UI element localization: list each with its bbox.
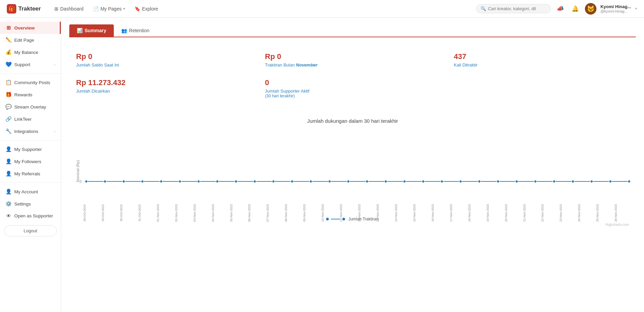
x-label: 01-Nov-2023: [156, 200, 175, 227]
svg-point-3: [104, 180, 106, 183]
svg-point-4: [122, 180, 125, 183]
user-menu[interactable]: Kyomi Hinag... @kyomi-hinag...: [601, 4, 631, 13]
svg-point-13: [291, 180, 293, 183]
x-label: 25-Nov-2023: [596, 200, 614, 227]
tab-retention[interactable]: 👥 Retention: [114, 24, 157, 37]
x-label: 04-Nov-2023: [211, 200, 230, 227]
search-input[interactable]: [488, 6, 547, 11]
sidebar-label-open-as-supporter: Open as Supporter: [14, 213, 53, 218]
sidebar-item-my-supporter[interactable]: 👤 My Supporter: [0, 143, 61, 155]
svg-text:0: 0: [79, 179, 82, 183]
nav-dashboard[interactable]: ⊞ Dashboard: [50, 4, 88, 14]
stats-grid: Rp 0 Jumlah Saldo Saat Ini Rp 0 Traktira…: [69, 47, 636, 104]
sidebar-item-my-referrals[interactable]: 👤 My Referrals: [0, 168, 61, 180]
svg-point-5: [141, 180, 144, 183]
sidebar-label-my-referrals: My Referrals: [14, 171, 40, 176]
sidebar-item-open-as-supporter[interactable]: 👁 Open as Supporter: [0, 210, 61, 222]
chart-container: Jumlah dukungan dalam 30 hari terakhir N…: [69, 115, 636, 230]
stat-kali-value: 437: [454, 52, 629, 61]
app-logo[interactable]: 🎁 Trakteer: [7, 4, 41, 14]
svg-point-29: [590, 180, 593, 183]
x-label: 14-Nov-2023: [394, 200, 413, 227]
logo-icon: 🎁: [7, 4, 16, 14]
logo-text: Trakteer: [18, 5, 41, 12]
tab-summary[interactable]: 📊 Summary: [69, 24, 114, 37]
x-label: 23-Nov-2023: [559, 200, 577, 227]
x-label: 21-Nov-2023: [523, 200, 541, 227]
x-label: 10-Nov-2023: [321, 200, 339, 227]
sidebar: ⊞ Overview ✏️ Edit Page 💰 My Balance 💙 S…: [0, 18, 61, 312]
sidebar-item-community-posts[interactable]: 📋 Community Posts: [0, 76, 61, 89]
top-navigation: 🎁 Trakteer ⊞ Dashboard 📄 My Pages ▾ 🔖 Ex…: [0, 0, 644, 18]
sidebar-label-community-posts: Community Posts: [14, 80, 50, 85]
stat-supporter-sublabel: (30 hari terakhir): [265, 94, 440, 98]
svg-point-15: [328, 180, 331, 183]
y-axis-label: Nominal (Rp): [73, 131, 83, 212]
sidebar-item-my-account[interactable]: 👤 My Account: [0, 186, 61, 198]
svg-point-20: [422, 180, 425, 183]
sidebar-item-linkteer[interactable]: 🔗 LinkTeer: [0, 113, 61, 125]
logout-button[interactable]: Logout: [4, 225, 57, 236]
nav-my-pages[interactable]: 📄 My Pages ▾: [89, 4, 129, 14]
sidebar-label-integrations: Integrations: [14, 129, 38, 134]
sidebar-item-integrations[interactable]: 🔧 Integrations ›: [0, 125, 61, 137]
sidebar-item-edit-page[interactable]: ✏️ Edit Page: [0, 34, 61, 46]
sidebar-label-my-balance: My Balance: [14, 50, 38, 55]
x-label: 20-Nov-2023: [504, 200, 523, 227]
sidebar-item-settings[interactable]: ⚙️ Settings: [0, 198, 61, 210]
search-icon: 🔍: [481, 6, 486, 11]
x-label: 02-Nov-2023: [175, 200, 193, 227]
sidebar-item-overview[interactable]: ⊞ Overview: [0, 22, 61, 34]
main-content: 📊 Summary 👥 Retention Rp 0 Jumlah Saldo …: [61, 18, 644, 312]
svg-point-28: [572, 180, 574, 183]
x-label: 06-Nov-2023: [248, 200, 266, 227]
svg-point-30: [609, 180, 612, 183]
nav-explore[interactable]: 🔖 Explore: [130, 4, 162, 14]
svg-point-22: [459, 180, 462, 183]
sidebar-label-settings: Settings: [14, 201, 31, 207]
stat-traktiran: Rp 0 Traktiran Bulan November: [258, 47, 447, 73]
integrations-icon: 🔧: [5, 128, 12, 134]
sidebar-item-my-followers[interactable]: 👤 My Followers: [0, 155, 61, 168]
sidebar-item-support[interactable]: 💙 Support ›: [0, 58, 61, 71]
svg-point-10: [235, 180, 237, 183]
settings-icon: ⚙️: [5, 201, 12, 207]
sidebar-item-stream-overlay[interactable]: 💬 Stream Overlay: [0, 101, 61, 113]
sidebar-label-my-supporter: My Supporter: [14, 147, 42, 152]
search-box[interactable]: 🔍: [476, 4, 551, 13]
sidebar-label-stream-overlay: Stream Overlay: [14, 104, 46, 110]
stat-traktiran-label: Traktiran Bulan November: [265, 62, 440, 67]
sidebar-item-my-balance[interactable]: 💰 My Balance: [0, 46, 61, 58]
sidebar-item-rewards[interactable]: 🎁 Rewards: [0, 89, 61, 101]
megaphone-icon[interactable]: 📣: [555, 3, 566, 14]
stat-saldo: Rp 0 Jumlah Saldo Saat Ini: [69, 47, 258, 73]
balance-icon: 💰: [5, 49, 12, 55]
sidebar-label-rewards: Rewards: [14, 92, 32, 97]
chart-title: Jumlah dukungan dalam 30 hari terakhir: [73, 118, 632, 124]
stat-supporter-aktif: 0 Jumlah Supporter Aktif (30 hari terakh…: [258, 73, 447, 104]
svg-point-16: [347, 180, 350, 183]
stream-icon: 💬: [5, 104, 12, 110]
sidebar-label-my-account: My Account: [14, 189, 38, 194]
sidebar-divider-2: [0, 140, 61, 140]
open-supporter-icon: 👁: [5, 213, 12, 219]
x-label: 16-Nov-2023: [431, 200, 449, 227]
stat-dicairkan-label: Jumlah Dicairkan: [76, 89, 251, 94]
stat-supporter-label: Jumlah Supporter Aktif: [265, 89, 440, 94]
x-label: 28-Oct-2023: [83, 200, 101, 227]
svg-point-6: [160, 180, 162, 183]
chevron-down-icon: ▾: [123, 7, 125, 11]
notification-icon[interactable]: 🔔: [570, 3, 581, 14]
x-label: 17-Nov-2023: [449, 200, 468, 227]
x-label: 12-Nov-2023: [358, 200, 376, 227]
supporter-icon: 👤: [5, 146, 12, 152]
svg-point-8: [197, 180, 200, 183]
summary-tab-icon: 📊: [77, 28, 83, 33]
svg-point-31: [628, 180, 630, 183]
nav-links: ⊞ Dashboard 📄 My Pages ▾ 🔖 Explore: [50, 4, 476, 14]
x-label: 07-Nov-2023: [266, 200, 284, 227]
svg-point-14: [309, 180, 312, 183]
logout-section: Logout: [4, 225, 57, 236]
rewards-icon: 🎁: [5, 92, 12, 98]
x-label: 26-Nov-2023: [614, 200, 632, 227]
